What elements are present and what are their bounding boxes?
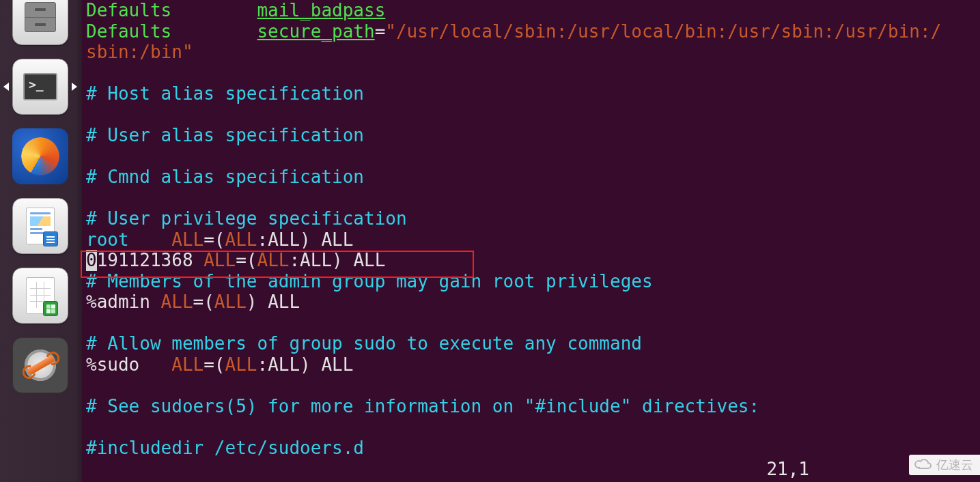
t: ALL) ALL	[268, 354, 353, 375]
calc-glyph	[26, 277, 55, 314]
t: %sudo	[86, 354, 171, 375]
settings-icon[interactable]	[12, 337, 68, 393]
t: root	[86, 229, 129, 250]
t: ALL	[214, 292, 247, 312]
t: # Cmnd alias specification	[86, 167, 364, 187]
cursor-position: 21,1	[766, 459, 809, 480]
t: %admin	[86, 292, 161, 312]
t: # Host alias specification	[86, 83, 364, 104]
t: ALL	[171, 229, 204, 250]
writer-glyph	[26, 208, 55, 244]
t: "/usr/local/sbin:/usr/local/bin:/usr/sbi…	[385, 21, 941, 42]
firefox-icon[interactable]	[12, 128, 68, 184]
gear-wrench-glyph	[22, 347, 59, 384]
t: 191121368	[97, 250, 204, 270]
watermark-text: 亿速云	[936, 458, 973, 472]
cursor: 0	[86, 250, 97, 271]
files-icon[interactable]	[12, 0, 68, 45]
t: :	[289, 250, 300, 270]
t: Defaults	[86, 0, 171, 20]
t: ALL	[161, 292, 193, 312]
t: ALL	[225, 354, 257, 375]
t: ALL) ALL	[268, 229, 353, 250]
t: ALL	[225, 229, 257, 250]
focused-indicator-right	[72, 83, 77, 91]
t: =(	[236, 250, 257, 270]
t: =(	[204, 229, 225, 250]
cloud-icon	[914, 457, 932, 471]
calc-icon[interactable]	[12, 268, 68, 324]
t: Defaults	[86, 21, 171, 42]
t: :	[257, 354, 268, 375]
t: #includedir /etc/sudoers.d	[86, 438, 364, 458]
t: # Members of the admin group may gain ro…	[86, 271, 653, 292]
t: # User alias specification	[86, 125, 364, 145]
t: # Allow members of group sudo to execute…	[86, 333, 642, 354]
t: ALL	[257, 250, 289, 270]
terminal-glyph	[23, 73, 57, 100]
watermark: 亿速云	[909, 455, 980, 475]
t: )	[247, 292, 268, 312]
firefox-glyph	[21, 137, 59, 175]
unity-launcher	[0, 0, 82, 482]
t: mail_badpass	[257, 0, 385, 20]
t: ALL	[268, 292, 300, 312]
t: # See sudoers(5) for more information on…	[86, 396, 759, 416]
file-cabinet-glyph	[25, 2, 56, 32]
t: secure_path	[257, 21, 374, 42]
t: =	[375, 21, 386, 42]
t: ALL	[171, 354, 204, 375]
writer-icon[interactable]	[12, 198, 68, 254]
t: ALL	[204, 250, 236, 270]
t: sbin:/bin"	[86, 42, 193, 62]
t: :	[257, 229, 268, 250]
editor-content: Defaults mail_badpass Defaults secure_pa…	[86, 0, 976, 458]
running-indicator-left	[3, 83, 9, 91]
t: =(	[204, 354, 225, 375]
t: =(	[193, 292, 214, 312]
terminal-icon[interactable]	[12, 59, 68, 115]
t: ALL) ALL	[300, 250, 385, 270]
terminal-editor-pane[interactable]: Defaults mail_badpass Defaults secure_pa…	[82, 0, 980, 482]
t: # User privilege specification	[86, 208, 407, 229]
